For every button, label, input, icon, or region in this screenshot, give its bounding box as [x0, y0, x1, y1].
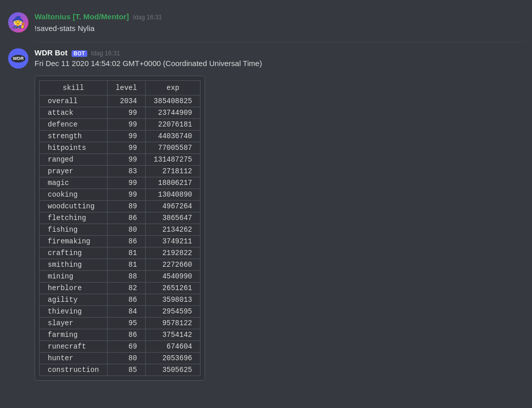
cell-exp: 2272660	[145, 259, 201, 271]
table-row: smithing812272660	[40, 259, 201, 271]
cell-skill: magic	[40, 177, 108, 189]
cell-exp: 2192822	[145, 247, 201, 259]
cell-level: 80	[107, 353, 145, 364]
cell-level: 99	[107, 107, 145, 119]
table-row: cooking9913040890	[40, 189, 201, 201]
cell-skill: overall	[40, 96, 108, 107]
cell-level: 81	[107, 259, 145, 271]
user-avatar: 🧙	[8, 12, 28, 33]
stats-table: skill level exp overall2034385408825atta…	[39, 80, 201, 376]
cell-skill: construction	[40, 364, 108, 376]
table-header-row: skill level exp	[40, 81, 201, 96]
bot-timestamp: Idag 16:31	[91, 50, 120, 57]
col-skill: skill	[40, 81, 108, 96]
cell-level: 99	[107, 131, 145, 142]
cell-skill: attack	[40, 107, 108, 119]
table-row: firemaking863749211	[40, 236, 201, 247]
cell-exp: 4967264	[145, 201, 201, 212]
cell-skill: hitpoints	[40, 142, 108, 154]
col-exp: exp	[145, 81, 201, 96]
cell-exp: 674604	[145, 341, 201, 353]
cell-level: 82	[107, 283, 145, 294]
cell-level: 80	[107, 224, 145, 236]
cell-exp: 18806217	[145, 177, 201, 189]
table-row: defence9922076181	[40, 119, 201, 131]
table-row: overall2034385408825	[40, 96, 201, 107]
stats-table-wrapper: skill level exp overall2034385408825atta…	[35, 76, 205, 381]
cell-exp: 3505625	[145, 364, 201, 376]
table-row: strength9944036740	[40, 131, 201, 142]
table-row: woodcutting894967264	[40, 201, 201, 212]
cell-exp: 13040890	[145, 189, 201, 201]
cell-level: 99	[107, 142, 145, 154]
cell-level: 69	[107, 341, 145, 353]
table-row: thieving842954595	[40, 306, 201, 318]
table-row: prayer832718112	[40, 166, 201, 177]
bot-username: WDR Bot	[35, 48, 68, 57]
table-row: fletching863865647	[40, 212, 201, 224]
cell-level: 88	[107, 271, 145, 283]
cell-exp: 22076181	[145, 119, 201, 131]
table-body: overall2034385408825attack9923744909defe…	[40, 96, 201, 376]
cell-skill: ranged	[40, 154, 108, 166]
cell-level: 86	[107, 294, 145, 306]
cell-level: 84	[107, 306, 145, 318]
cell-exp: 23744909	[145, 107, 201, 119]
col-level: level	[107, 81, 145, 96]
table-row: herblore822651261	[40, 283, 201, 294]
cell-level: 86	[107, 212, 145, 224]
bot-badge: BOT	[72, 50, 87, 57]
bot-avatar: WDR	[8, 48, 28, 69]
table-row: ranged99131487275	[40, 154, 201, 166]
table-row: construction853505625	[40, 364, 201, 376]
table-row: slayer959578122	[40, 318, 201, 329]
cell-level: 86	[107, 236, 145, 247]
cell-level: 99	[107, 189, 145, 201]
cell-exp: 385408825	[145, 96, 201, 107]
user-message-header: Waltonius [T. Mod/Mentor] Idag 16:31	[35, 12, 524, 21]
cell-skill: herblore	[40, 283, 108, 294]
cell-exp: 2053696	[145, 353, 201, 364]
cell-exp: 9578122	[145, 318, 201, 329]
table-row: runecraft69674604	[40, 341, 201, 353]
cell-level: 99	[107, 154, 145, 166]
cell-skill: woodcutting	[40, 201, 108, 212]
cell-level: 95	[107, 318, 145, 329]
cell-level: 85	[107, 364, 145, 376]
table-header: skill level exp	[40, 81, 201, 96]
cell-exp: 3749211	[145, 236, 201, 247]
cell-exp: 2134262	[145, 224, 201, 236]
table-row: hitpoints9977005587	[40, 142, 201, 154]
cell-skill: cooking	[40, 189, 108, 201]
cell-exp: 2954595	[145, 306, 201, 318]
cell-exp: 2718112	[145, 166, 201, 177]
cell-skill: thieving	[40, 306, 108, 318]
bot-date-text: Fri Dec 11 2020 14:54:02 GMT+0000 (Coord…	[35, 59, 524, 68]
cell-skill: firemaking	[40, 236, 108, 247]
cell-exp: 3598013	[145, 294, 201, 306]
timestamp: Idag 16:31	[133, 14, 162, 21]
user-message-text: !saved-stats Nylia	[35, 23, 524, 34]
cell-skill: runecraft	[40, 341, 108, 353]
cell-skill: agility	[40, 294, 108, 306]
cell-level: 89	[107, 201, 145, 212]
table-row: farming863754142	[40, 329, 201, 341]
cell-skill: crafting	[40, 247, 108, 259]
cell-exp: 3865647	[145, 212, 201, 224]
cell-level: 86	[107, 329, 145, 341]
cell-skill: slayer	[40, 318, 108, 329]
cell-exp: 3754142	[145, 329, 201, 341]
message-divider	[35, 42, 524, 42]
username: Waltonius [T. Mod/Mentor]	[35, 12, 129, 21]
cell-skill: hunter	[40, 353, 108, 364]
cell-exp: 44036740	[145, 131, 201, 142]
cell-skill: fletching	[40, 212, 108, 224]
bot-message-header: WDR Bot BOT Idag 16:31	[35, 48, 524, 57]
cell-level: 81	[107, 247, 145, 259]
user-message: 🧙 Waltonius [T. Mod/Mentor] Idag 16:31 !…	[8, 12, 524, 34]
message-list: 🧙 Waltonius [T. Mod/Mentor] Idag 16:31 !…	[0, 8, 532, 395]
table-row: agility863598013	[40, 294, 201, 306]
user-message-content: Waltonius [T. Mod/Mentor] Idag 16:31 !sa…	[35, 12, 524, 34]
cell-exp: 2651261	[145, 283, 201, 294]
cell-skill: fishing	[40, 224, 108, 236]
